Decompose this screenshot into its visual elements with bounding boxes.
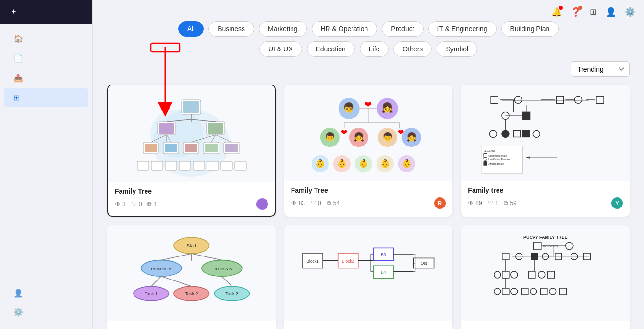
svg-text:❤: ❤ (365, 100, 372, 110)
svg-text:Process B: Process B (211, 266, 232, 271)
apps-button[interactable]: ⊞ (588, 5, 599, 19)
likes-stat-0: ♡ 0 (132, 201, 142, 207)
toolbar: TrendingNewestMost ViewedMost Liked (107, 61, 630, 77)
card-preview-1: 👦 👧 ❤ 👦 👧 ❤ 👦 👧 ❤ 👶 👶 👶 👶 👶 (284, 85, 453, 181)
likes-stat-2: ♡ 1 (488, 200, 498, 207)
svg-text:Task 1: Task 1 (145, 291, 158, 296)
new-button[interactable]: ＋ (0, 0, 92, 24)
copies-stat-1: ⧉ 54 (327, 200, 340, 207)
filter-pill-it-&-engineering[interactable]: IT & Engineering (428, 21, 497, 37)
svg-line-115 (161, 276, 191, 286)
user-button[interactable]: 👤 (604, 5, 618, 19)
card-preview-4: Block1 Block2 B3 B4 Out (284, 225, 453, 321)
svg-text:❤: ❤ (398, 128, 404, 136)
filter-pill-symbol[interactable]: Symbol (437, 41, 477, 57)
sort-select[interactable]: TrendingNewestMost ViewedMost Liked (571, 61, 630, 77)
svg-text:👦: 👦 (382, 132, 393, 142)
view-count-0: 3 (122, 201, 126, 207)
views-stat-2: 👁 89 (468, 200, 482, 207)
template-card-1[interactable]: 👦 👧 ❤ 👦 👧 ❤ 👦 👧 ❤ 👶 👶 👶 👶 👶 Family Tree (284, 85, 453, 217)
sidebar-item-open[interactable]: 📄 (4, 49, 88, 68)
like-count-0: 0 (139, 201, 142, 207)
filter-pill-hr-&-operation[interactable]: HR & Operation (312, 21, 377, 37)
avatar-badge-0 (256, 198, 268, 210)
svg-rect-159 (529, 271, 535, 278)
svg-rect-15 (145, 144, 157, 152)
view-count-2: 89 (475, 200, 482, 207)
copy-icon-0: ⧉ (147, 201, 152, 207)
svg-rect-23 (225, 144, 238, 152)
svg-text:Task 2: Task 2 (185, 291, 198, 296)
svg-point-160 (538, 271, 545, 278)
svg-text:Affected Male: Affected Male (488, 162, 504, 165)
svg-rect-164 (502, 288, 509, 295)
card-info-0: Family Tree 👁 3 ♡ 0 ⧉ 1 (108, 182, 275, 216)
svg-rect-77 (596, 96, 604, 103)
sidebar-item-templates[interactable]: ⊞ (4, 88, 88, 107)
svg-rect-86 (513, 130, 520, 137)
svg-rect-37 (235, 161, 246, 170)
svg-text:👶: 👶 (316, 159, 325, 168)
filter-pill-business[interactable]: Business (208, 21, 254, 37)
card-title-2: Family tree (468, 186, 623, 194)
svg-text:Unaffected Male: Unaffected Male (488, 154, 507, 157)
eye-icon-1: 👁 (291, 200, 297, 207)
svg-point-75 (574, 96, 582, 103)
sidebar-bottom: 👤 ⚙️ (0, 278, 92, 329)
copies-stat-0: ⧉ 1 (147, 201, 157, 207)
filter-pill-all[interactable]: All (178, 21, 204, 37)
svg-rect-32 (165, 161, 177, 170)
card-preview-0 (108, 85, 275, 182)
template-card-5[interactable]: PUCAY FAMILY TREE deceased (461, 225, 630, 329)
filter-pill-building-plan[interactable]: Building Plan (501, 21, 559, 37)
svg-rect-95 (484, 162, 487, 166)
svg-text:Block1: Block1 (307, 259, 319, 264)
svg-point-165 (511, 288, 518, 295)
card-info-4 (284, 321, 453, 329)
svg-rect-156 (502, 271, 509, 278)
template-card-0[interactable]: Family Tree 👁 3 ♡ 0 ⧉ 1 (107, 85, 276, 217)
avatar-badge-1: R (434, 197, 446, 209)
sidebar-item-import[interactable]: 📥 (4, 69, 88, 87)
template-card-2[interactable]: LEGEND Unaffected Male Unaffected Female… (461, 85, 630, 217)
heart-icon-0: ♡ (132, 201, 137, 207)
svg-line-106 (161, 254, 191, 260)
card-info-1: Family Tree 👁 83 ♡ 0 ⧉ 54 R (284, 181, 453, 215)
template-card-4[interactable]: Block1 Block2 B3 B4 Out (284, 225, 453, 329)
filter-pill-education[interactable]: Education (307, 41, 355, 57)
header-icons: 🔔 ❓ ⊞ 👤 ⚙️ (549, 5, 637, 19)
copy-count-2: 59 (510, 200, 516, 207)
svg-rect-141 (534, 242, 541, 250)
settings-button[interactable]: ⚙️ (623, 5, 637, 19)
card-preview-5: PUCAY FAMILY TREE deceased (461, 225, 630, 321)
svg-rect-21 (205, 144, 218, 152)
template-card-3[interactable]: Start Process A Process B Task 1 Task 2 … (107, 225, 276, 329)
svg-rect-33 (179, 161, 191, 170)
plus-icon: ＋ (10, 7, 17, 17)
svg-text:👦: 👦 (343, 102, 355, 113)
sidebar-item-home[interactable]: 🏠 (4, 29, 88, 48)
svg-text:❤: ❤ (341, 128, 347, 136)
card-preview-3: Start Process A Process B Task 1 Task 2 … (107, 225, 276, 321)
avatar-badge-2: Y (611, 197, 623, 209)
templates-icon: ⊞ (13, 93, 20, 102)
svg-point-155 (494, 271, 501, 278)
copy-icon-1: ⧉ (327, 200, 331, 207)
likes-stat-1: ♡ 0 (311, 200, 321, 207)
help-button[interactable]: ❓ (569, 5, 583, 19)
svg-line-116 (221, 276, 231, 286)
svg-text:Task 3: Task 3 (225, 291, 238, 296)
sidebar-item-options[interactable]: ⚙️ (4, 303, 88, 321)
like-count-2: 1 (495, 200, 498, 207)
filter-pill-product[interactable]: Product (382, 21, 423, 37)
filter-pill-ui-&-ux[interactable]: UI & UX (259, 41, 302, 57)
svg-text:👧: 👧 (353, 132, 365, 142)
filter-pill-life[interactable]: Life (360, 41, 389, 57)
filter-pill-marketing[interactable]: Marketing (259, 21, 306, 37)
svg-rect-31 (151, 161, 163, 170)
notification-dot (559, 6, 563, 10)
sidebar-item-account[interactable]: 👤 (4, 284, 88, 303)
filter-pill-others[interactable]: Others (393, 41, 432, 57)
svg-text:Block2: Block2 (342, 259, 354, 264)
notifications-button[interactable]: 🔔 (549, 5, 564, 19)
